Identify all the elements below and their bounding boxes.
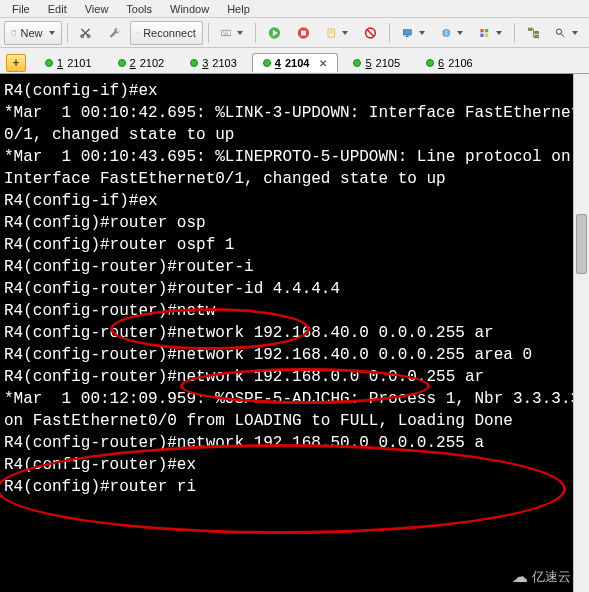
document-icon	[11, 25, 17, 41]
find-button[interactable]	[548, 21, 585, 45]
tab-hotkey: 6	[438, 57, 444, 69]
svg-rect-19	[481, 29, 484, 32]
monitor-icon	[402, 25, 413, 41]
tab-label: 2103	[212, 57, 236, 69]
menu-edit[interactable]: Edit	[40, 2, 75, 16]
tab-2102[interactable]: 2 2102	[107, 53, 176, 72]
toolbar-separator	[389, 23, 390, 43]
tab-2101[interactable]: 1 2101	[34, 53, 103, 72]
chevron-down-icon	[342, 31, 348, 35]
svg-rect-4	[223, 31, 224, 32]
tab-label: 2105	[376, 57, 400, 69]
menu-bar: File Edit View Tools Window Help	[0, 0, 589, 18]
toolbar-separator	[514, 23, 515, 43]
wrench-button[interactable]	[101, 21, 128, 45]
tab-label: 2102	[140, 57, 164, 69]
toolbar-separator	[208, 23, 209, 43]
reconnect-button-label: Reconnect	[143, 27, 196, 39]
script-button[interactable]	[319, 21, 356, 45]
svg-rect-24	[535, 31, 538, 33]
new-button-label: New	[21, 27, 43, 39]
terminal-output[interactable]: R4(config-if)#ex *Mar 1 00:10:42.695: %L…	[0, 74, 589, 592]
svg-rect-7	[223, 33, 228, 34]
chevron-down-icon	[457, 31, 463, 35]
abort-button[interactable]	[357, 21, 384, 45]
svg-line-15	[368, 29, 374, 35]
svg-rect-21	[481, 33, 484, 36]
svg-rect-3	[221, 30, 230, 35]
tab-2103[interactable]: 3 2103	[179, 53, 248, 72]
svg-rect-16	[403, 29, 411, 34]
svg-rect-22	[485, 33, 488, 36]
scrollbar[interactable]	[573, 74, 589, 592]
menu-view[interactable]: View	[77, 2, 117, 16]
menu-help[interactable]: Help	[219, 2, 258, 16]
globe-icon	[441, 25, 452, 41]
screen-button[interactable]	[395, 21, 432, 45]
menu-tools[interactable]: Tools	[118, 2, 160, 16]
tab-label: 2101	[67, 57, 91, 69]
status-dot-icon	[353, 59, 361, 67]
svg-rect-5	[224, 31, 225, 32]
tab-2104[interactable]: 4 2104 ✕	[252, 53, 339, 72]
refresh-icon	[137, 25, 139, 41]
status-dot-icon	[263, 59, 271, 67]
chevron-down-icon	[237, 31, 243, 35]
globe-button[interactable]	[434, 21, 471, 45]
scroll-thumb[interactable]	[576, 214, 587, 274]
svg-line-27	[561, 33, 564, 36]
toolbar-separator	[67, 23, 68, 43]
tab-hotkey: 5	[365, 57, 371, 69]
terminal-pane: R4(config-if)#ex *Mar 1 00:10:42.695: %L…	[0, 74, 589, 592]
scissors-icon	[79, 25, 92, 41]
chevron-down-icon	[496, 31, 502, 35]
tab-2106[interactable]: 6 2106	[415, 53, 484, 72]
toolbar-separator	[255, 23, 256, 43]
chevron-down-icon	[419, 31, 425, 35]
menu-file[interactable]: File	[4, 2, 38, 16]
tree-icon	[527, 25, 540, 41]
status-dot-icon	[426, 59, 434, 67]
chevron-down-icon	[572, 31, 578, 35]
stop-button[interactable]	[290, 21, 317, 45]
keyboard-button[interactable]	[214, 21, 251, 45]
tab-hotkey: 4	[275, 57, 281, 69]
tab-label: 2104	[285, 57, 309, 69]
scroll-icon	[326, 25, 337, 41]
tab-hotkey: 3	[202, 57, 208, 69]
svg-rect-6	[226, 31, 227, 32]
wrench-icon	[108, 25, 121, 41]
tab-2105[interactable]: 5 2105	[342, 53, 411, 72]
keyboard-icon	[221, 25, 232, 41]
menu-window[interactable]: Window	[162, 2, 217, 16]
chevron-down-icon	[49, 31, 55, 35]
play-icon	[268, 25, 281, 41]
scissors-button[interactable]	[72, 21, 99, 45]
tab-hotkey: 2	[130, 57, 136, 69]
run-button[interactable]	[261, 21, 288, 45]
toolbar: New Reconnect	[0, 18, 589, 48]
tree-button[interactable]	[520, 21, 547, 45]
cancel-icon	[364, 25, 377, 41]
tab-bar: + 1 2101 2 2102 3 2103 4 2104 ✕ 5 2105 6…	[0, 48, 589, 74]
palette-icon	[479, 25, 490, 41]
svg-rect-25	[535, 35, 538, 37]
svg-rect-17	[406, 35, 409, 36]
status-dot-icon	[118, 59, 126, 67]
status-dot-icon	[190, 59, 198, 67]
close-icon[interactable]: ✕	[319, 58, 327, 69]
new-button[interactable]: New	[4, 21, 62, 45]
add-tab-button[interactable]: +	[6, 54, 26, 72]
svg-point-26	[557, 29, 562, 34]
search-icon	[555, 25, 566, 41]
stop-icon	[297, 25, 310, 41]
svg-rect-20	[485, 29, 488, 32]
color-button[interactable]	[472, 21, 509, 45]
tab-label: 2106	[448, 57, 472, 69]
tab-hotkey: 1	[57, 57, 63, 69]
svg-rect-23	[528, 28, 531, 30]
reconnect-button[interactable]: Reconnect	[130, 21, 203, 45]
svg-rect-10	[301, 30, 306, 35]
status-dot-icon	[45, 59, 53, 67]
